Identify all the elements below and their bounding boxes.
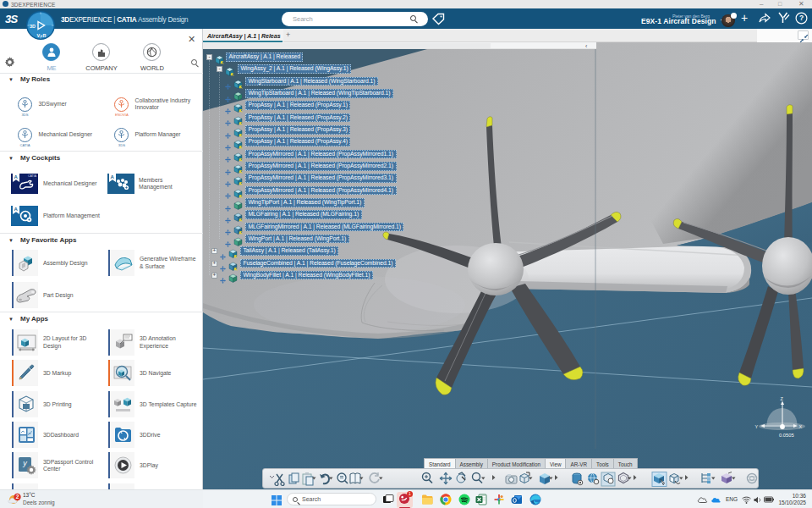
svg-text:2: 2: [16, 494, 19, 500]
svg-text:3D: 3D: [30, 24, 36, 29]
svg-text:y: y: [22, 459, 27, 467]
svg-text:V+R: V+R: [37, 33, 47, 38]
svg-text:X: X: [799, 424, 803, 429]
svg-text:Y: Y: [755, 424, 759, 429]
svg-text:?: ?: [799, 14, 804, 22]
svg-text:0.0505: 0.0505: [779, 433, 794, 438]
